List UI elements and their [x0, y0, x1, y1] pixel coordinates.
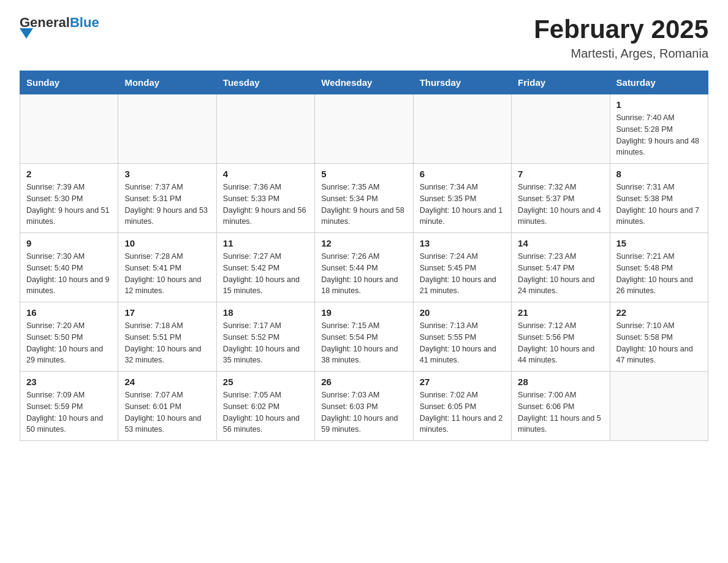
day-number: 28 — [518, 377, 603, 387]
calendar-day-cell: 8Sunrise: 7:31 AM Sunset: 5:38 PM Daylig… — [610, 164, 708, 233]
day-info: Sunrise: 7:24 AM Sunset: 5:45 PM Dayligh… — [420, 251, 505, 297]
calendar-day-header: Sunday — [20, 71, 118, 94]
day-info: Sunrise: 7:00 AM Sunset: 6:06 PM Dayligh… — [518, 389, 603, 435]
calendar-day-header: Friday — [512, 71, 610, 94]
day-info: Sunrise: 7:05 AM Sunset: 6:02 PM Dayligh… — [223, 389, 308, 435]
day-number: 11 — [223, 238, 308, 248]
logo: GeneralBlue — [20, 15, 99, 39]
calendar-week-row: 9Sunrise: 7:30 AM Sunset: 5:40 PM Daylig… — [20, 233, 708, 302]
calendar-day-header: Monday — [118, 71, 216, 94]
calendar-day-cell: 27Sunrise: 7:02 AM Sunset: 6:05 PM Dayli… — [413, 372, 511, 441]
calendar-day-cell: 22Sunrise: 7:10 AM Sunset: 5:58 PM Dayli… — [610, 302, 708, 372]
day-info: Sunrise: 7:36 AM Sunset: 5:33 PM Dayligh… — [223, 182, 308, 228]
calendar-day-cell: 20Sunrise: 7:13 AM Sunset: 5:55 PM Dayli… — [413, 302, 511, 372]
day-number: 22 — [616, 307, 702, 318]
calendar-day-cell: 12Sunrise: 7:26 AM Sunset: 5:44 PM Dayli… — [315, 233, 413, 302]
calendar-day-cell: 28Sunrise: 7:00 AM Sunset: 6:06 PM Dayli… — [512, 372, 610, 441]
day-info: Sunrise: 7:17 AM Sunset: 5:52 PM Dayligh… — [223, 320, 308, 366]
calendar-day-cell: 9Sunrise: 7:30 AM Sunset: 5:40 PM Daylig… — [20, 233, 118, 302]
day-number: 26 — [321, 377, 406, 387]
calendar-week-row: 1Sunrise: 7:40 AM Sunset: 5:28 PM Daylig… — [20, 94, 708, 164]
day-number: 9 — [26, 238, 112, 248]
day-info: Sunrise: 7:23 AM Sunset: 5:47 PM Dayligh… — [518, 251, 603, 297]
calendar-day-cell: 21Sunrise: 7:12 AM Sunset: 5:56 PM Dayli… — [512, 302, 610, 372]
day-number: 8 — [616, 169, 702, 179]
calendar-day-cell: 1Sunrise: 7:40 AM Sunset: 5:28 PM Daylig… — [610, 94, 708, 164]
day-number: 2 — [26, 169, 112, 179]
calendar-week-row: 16Sunrise: 7:20 AM Sunset: 5:50 PM Dayli… — [20, 302, 708, 372]
day-info: Sunrise: 7:27 AM Sunset: 5:42 PM Dayligh… — [223, 251, 308, 297]
day-info: Sunrise: 7:18 AM Sunset: 5:51 PM Dayligh… — [124, 320, 210, 366]
calendar-day-cell: 10Sunrise: 7:28 AM Sunset: 5:41 PM Dayli… — [118, 233, 216, 302]
calendar-day-cell: 2Sunrise: 7:39 AM Sunset: 5:30 PM Daylig… — [20, 164, 118, 233]
day-info: Sunrise: 7:15 AM Sunset: 5:54 PM Dayligh… — [321, 320, 406, 366]
calendar-day-cell: 4Sunrise: 7:36 AM Sunset: 5:33 PM Daylig… — [216, 164, 314, 233]
calendar-day-cell: 11Sunrise: 7:27 AM Sunset: 5:42 PM Dayli… — [216, 233, 314, 302]
day-info: Sunrise: 7:07 AM Sunset: 6:01 PM Dayligh… — [124, 389, 210, 435]
calendar-day-cell: 25Sunrise: 7:05 AM Sunset: 6:02 PM Dayli… — [216, 372, 314, 441]
day-number: 15 — [616, 238, 702, 248]
day-number: 10 — [124, 238, 210, 248]
calendar-day-header: Tuesday — [216, 71, 314, 94]
day-number: 14 — [518, 238, 603, 248]
day-info: Sunrise: 7:28 AM Sunset: 5:41 PM Dayligh… — [124, 251, 210, 297]
calendar-day-cell: 3Sunrise: 7:37 AM Sunset: 5:31 PM Daylig… — [118, 164, 216, 233]
calendar-header-row: SundayMondayTuesdayWednesdayThursdayFrid… — [20, 71, 708, 94]
day-number: 24 — [124, 377, 210, 387]
logo-text-block: GeneralBlue — [20, 15, 99, 39]
day-info: Sunrise: 7:35 AM Sunset: 5:34 PM Dayligh… — [321, 182, 406, 228]
calendar-week-row: 23Sunrise: 7:09 AM Sunset: 5:59 PM Dayli… — [20, 372, 708, 441]
day-number: 4 — [223, 169, 308, 179]
day-info: Sunrise: 7:10 AM Sunset: 5:58 PM Dayligh… — [616, 320, 702, 366]
page-subtitle: Martesti, Arges, Romania — [534, 47, 708, 61]
page-header: GeneralBlue February 2025 Martesti, Arge… — [20, 15, 708, 61]
calendar-day-cell — [216, 94, 314, 164]
day-number: 12 — [321, 238, 406, 248]
calendar-day-cell — [20, 94, 118, 164]
day-number: 5 — [321, 169, 406, 179]
calendar-day-cell: 19Sunrise: 7:15 AM Sunset: 5:54 PM Dayli… — [315, 302, 413, 372]
day-number: 25 — [223, 377, 308, 387]
logo-blue: Blue — [70, 15, 99, 30]
day-number: 3 — [124, 169, 210, 179]
calendar-day-cell: 14Sunrise: 7:23 AM Sunset: 5:47 PM Dayli… — [512, 233, 610, 302]
calendar-day-cell: 17Sunrise: 7:18 AM Sunset: 5:51 PM Dayli… — [118, 302, 216, 372]
day-number: 27 — [420, 377, 505, 387]
calendar-week-row: 2Sunrise: 7:39 AM Sunset: 5:30 PM Daylig… — [20, 164, 708, 233]
calendar-day-cell: 7Sunrise: 7:32 AM Sunset: 5:37 PM Daylig… — [512, 164, 610, 233]
calendar-day-header: Saturday — [610, 71, 708, 94]
title-block: February 2025 Martesti, Arges, Romania — [534, 15, 708, 61]
calendar-day-cell — [413, 94, 511, 164]
calendar-day-cell: 6Sunrise: 7:34 AM Sunset: 5:35 PM Daylig… — [413, 164, 511, 233]
day-number: 16 — [26, 307, 112, 318]
day-info: Sunrise: 7:20 AM Sunset: 5:50 PM Dayligh… — [26, 320, 112, 366]
day-info: Sunrise: 7:09 AM Sunset: 5:59 PM Dayligh… — [26, 389, 112, 435]
calendar-day-cell: 24Sunrise: 7:07 AM Sunset: 6:01 PM Dayli… — [118, 372, 216, 441]
calendar-day-cell: 15Sunrise: 7:21 AM Sunset: 5:48 PM Dayli… — [610, 233, 708, 302]
logo-triangle-icon — [20, 28, 33, 39]
calendar-day-cell — [610, 372, 708, 441]
calendar-day-cell: 13Sunrise: 7:24 AM Sunset: 5:45 PM Dayli… — [413, 233, 511, 302]
calendar-table: SundayMondayTuesdayWednesdayThursdayFrid… — [20, 71, 708, 441]
day-info: Sunrise: 7:02 AM Sunset: 6:05 PM Dayligh… — [420, 389, 505, 435]
day-number: 13 — [420, 238, 505, 248]
day-number: 17 — [124, 307, 210, 318]
day-number: 6 — [420, 169, 505, 179]
calendar-day-cell — [512, 94, 610, 164]
day-number: 1 — [616, 99, 702, 110]
calendar-day-cell: 18Sunrise: 7:17 AM Sunset: 5:52 PM Dayli… — [216, 302, 314, 372]
calendar-day-cell: 5Sunrise: 7:35 AM Sunset: 5:34 PM Daylig… — [315, 164, 413, 233]
day-info: Sunrise: 7:39 AM Sunset: 5:30 PM Dayligh… — [26, 182, 112, 228]
day-info: Sunrise: 7:21 AM Sunset: 5:48 PM Dayligh… — [616, 251, 702, 297]
day-number: 18 — [223, 307, 308, 318]
day-info: Sunrise: 7:40 AM Sunset: 5:28 PM Dayligh… — [616, 112, 702, 158]
day-info: Sunrise: 7:26 AM Sunset: 5:44 PM Dayligh… — [321, 251, 406, 297]
calendar-day-cell — [315, 94, 413, 164]
day-info: Sunrise: 7:32 AM Sunset: 5:37 PM Dayligh… — [518, 182, 603, 228]
day-number: 19 — [321, 307, 406, 318]
calendar-day-cell — [118, 94, 216, 164]
day-info: Sunrise: 7:34 AM Sunset: 5:35 PM Dayligh… — [420, 182, 505, 228]
day-info: Sunrise: 7:30 AM Sunset: 5:40 PM Dayligh… — [26, 251, 112, 297]
day-info: Sunrise: 7:12 AM Sunset: 5:56 PM Dayligh… — [518, 320, 603, 366]
day-info: Sunrise: 7:37 AM Sunset: 5:31 PM Dayligh… — [124, 182, 210, 228]
